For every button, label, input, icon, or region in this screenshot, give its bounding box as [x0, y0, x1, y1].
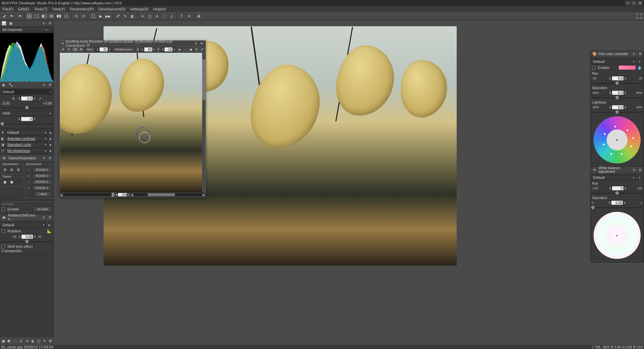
dialog-menu-icon[interactable]: ≡ — [193, 41, 199, 46]
menu-help[interactable]: Help(H) — [151, 6, 168, 12]
add-icon[interactable]: + — [637, 175, 642, 180]
spot-preview[interactable] — [60, 53, 205, 192]
hscroll-right-icon[interactable]: ▸ — [203, 193, 205, 197]
room-radio[interactable]: ○ — [26, 185, 31, 191]
taste-icon1[interactable]: ⚈ — [2, 180, 8, 185]
param-icon2[interactable]: ⚙ — [9, 167, 14, 172]
panel-menu-icon[interactable]: ≡ — [41, 21, 46, 26]
wand-icon[interactable]: ✦ — [139, 13, 146, 20]
menu-parameters[interactable]: Parameters(P) — [68, 6, 96, 12]
color-icon[interactable]: ◑ — [1, 142, 5, 147]
dialog-close-icon[interactable]: ✕ — [199, 41, 204, 46]
wb-preset[interactable]: Default — [592, 175, 636, 180]
panel-menu-icon[interactable]: ≡ — [41, 156, 46, 160]
room1-button[interactable]: ROOM 1 — [33, 167, 51, 172]
minimize-button[interactable]: ─ — [625, 1, 631, 5]
wb-hue-field[interactable]: ◂▸ — [608, 186, 627, 191]
rotation-preset[interactable]: Default — [1, 222, 45, 228]
spot-zoom-field[interactable] — [118, 193, 127, 197]
split-vert-icon[interactable] — [41, 13, 47, 20]
crop-icon[interactable] — [90, 13, 97, 20]
exposure-bias-field[interactable]: ◂▸ — [17, 96, 36, 101]
spot-brush1-icon[interactable]: ✐ — [61, 46, 66, 53]
panel-close-icon[interactable]: ✕ — [47, 82, 52, 87]
exposure-tab1-icon[interactable]: ◐ — [1, 82, 7, 87]
fc-sat-slider[interactable] — [592, 96, 642, 100]
add-icon[interactable]: + — [637, 59, 642, 64]
menu-file[interactable]: File(F) — [1, 6, 15, 12]
room-radio[interactable]: ○ — [26, 179, 31, 185]
spot-tool-icon[interactable]: ✎ — [194, 46, 199, 53]
select-icon[interactable]: ◫ — [146, 13, 153, 20]
relpos-btn[interactable]: Relative pos. — [112, 47, 136, 52]
panel-close-icon[interactable]: ✕ — [638, 51, 642, 56]
text-icon[interactable]: T — [178, 13, 185, 20]
latest-button[interactable]: Latest — [34, 191, 51, 197]
hscroll-left-icon[interactable]: ◂ — [131, 193, 133, 197]
color-swatch[interactable] — [619, 66, 636, 70]
room-radio[interactable]: ○ — [26, 167, 31, 172]
panel-menu-icon[interactable]: ≡ — [41, 215, 46, 220]
bt-icon2[interactable]: ◩ — [7, 338, 12, 345]
wb-sat-slider[interactable] — [592, 206, 642, 210]
sharp-icon[interactable]: ▽ — [1, 148, 5, 153]
print-icon[interactable]: 🖶 — [195, 13, 202, 20]
finecolor-enable-check[interactable] — [592, 66, 596, 70]
rotation-more-icon[interactable]: ▸ — [47, 222, 52, 228]
spotting-tools-dialog[interactable]: ✎ Spotting tools [Number of modified pix… — [60, 40, 206, 197]
panel-close-icon[interactable]: ✕ — [638, 167, 642, 172]
fc-hue-slider[interactable] — [592, 81, 642, 85]
panel-menu-icon[interactable]: ≡ — [632, 167, 636, 172]
spot-y-field[interactable]: ◂▸ — [161, 47, 176, 52]
navigator-tab-icon[interactable]: ▦ — [8, 21, 13, 26]
panel-close-icon[interactable]: ✕ — [47, 156, 52, 160]
single-view-icon[interactable] — [48, 13, 55, 20]
rotate-right-icon[interactable]: ⟳ — [80, 13, 87, 20]
bt-icon3[interactable]: ⬚ — [12, 338, 18, 345]
wb-more-icon[interactable]: ▸ — [49, 130, 53, 135]
circle-white-icon[interactable]: ● — [177, 46, 182, 53]
star-icon[interactable]: ✦ — [186, 13, 192, 20]
room4-button[interactable]: ROOM 4 — [33, 185, 51, 191]
panel-close-icon[interactable]: ✕ — [47, 215, 52, 220]
gear-icon[interactable]: ⚙ — [48, 338, 53, 345]
finecolor-preset[interactable]: Default — [592, 59, 636, 64]
bt-icon5[interactable]: ⟲ — [24, 338, 30, 345]
rotate-left-icon[interactable]: ⟲ — [73, 13, 79, 20]
color-more-icon[interactable]: ▸ — [49, 142, 53, 147]
spot-brush2-icon[interactable]: ✎ — [66, 46, 71, 53]
panel-close-icon[interactable]: ✕ — [47, 21, 52, 26]
tool-a-icon[interactable]: A — [154, 13, 160, 20]
wb-sat-field[interactable]: ◂▸ — [608, 200, 627, 205]
histogram-tab-icon[interactable]: 📊 — [1, 21, 7, 26]
circle-dark-icon[interactable]: ● — [183, 46, 188, 53]
size-label-btn[interactable]: Size — [84, 47, 95, 52]
brush-icon[interactable] — [1, 13, 8, 20]
spot-icon[interactable]: ✎ — [122, 13, 128, 20]
spot-x-field[interactable]: ◂▸ — [141, 47, 156, 52]
fc-light-slider[interactable] — [592, 110, 642, 114]
hotfolder-enable-check[interactable] — [1, 207, 5, 211]
contrast-icon[interactable]: ◐ — [1, 136, 5, 141]
rotation-slider[interactable] — [1, 240, 52, 244]
marker-icon[interactable]: ◧ — [129, 13, 136, 20]
param-icon1[interactable]: ⚙ — [2, 167, 8, 172]
grid-icon[interactable] — [26, 13, 33, 20]
fc-light-field[interactable]: ◂▸ — [608, 105, 627, 110]
auto-exposure-icon[interactable]: ☀ — [11, 96, 16, 101]
room-radio[interactable]: ○ — [26, 173, 31, 179]
menu-development[interactable]: Development(D) — [97, 6, 127, 12]
bt-icon7[interactable]: ◫ — [36, 338, 41, 345]
angle-icon[interactable]: 📐 — [47, 228, 52, 234]
undo-icon[interactable] — [9, 13, 15, 20]
close-button[interactable]: ✕ — [637, 1, 643, 5]
hdr-slider[interactable] — [1, 122, 52, 126]
bt-icon6[interactable]: ◐ — [30, 338, 36, 345]
channel-select[interactable]: All channels — [1, 27, 52, 32]
spot-zoom-slider[interactable] — [64, 193, 114, 196]
exposure-expand-icon[interactable]: ⤢ — [38, 96, 43, 101]
wb-icon[interactable]: ☀ — [1, 130, 5, 135]
square-icon[interactable]: ■ — [188, 46, 193, 53]
tool-b-icon[interactable]: ⬚ — [161, 13, 168, 20]
menu-settings[interactable]: Settings(S) — [128, 6, 150, 12]
